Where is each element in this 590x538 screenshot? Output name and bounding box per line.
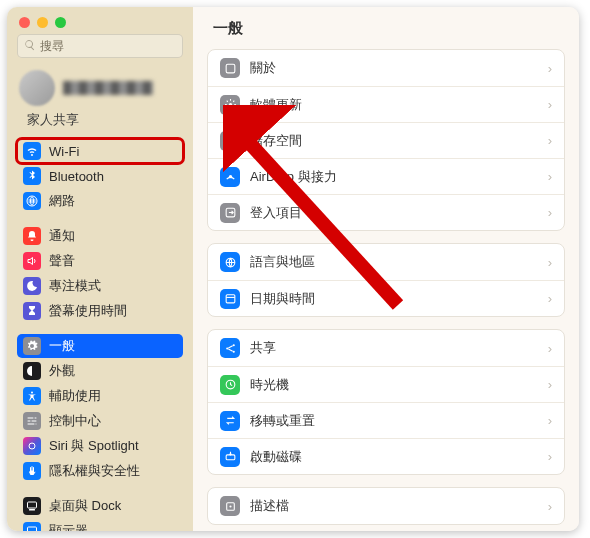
sidebar-item-sound[interactable]: 聲音 <box>17 249 183 273</box>
fullscreen-icon[interactable] <box>55 17 66 28</box>
account-name <box>63 81 153 95</box>
disk-icon <box>220 131 240 151</box>
svg-point-20 <box>229 505 231 507</box>
row-language-region[interactable]: 語言與地區 › <box>208 244 564 280</box>
group-3: 共享 › 時光機 › 移轉或重置 › 啟動磁碟 › <box>207 329 565 475</box>
group-1: 關於 › 軟體更新 › 儲存空間 › AirDrop 與接力 › <box>207 49 565 231</box>
display-icon <box>23 522 41 531</box>
globe-icon <box>23 192 41 210</box>
svg-rect-6 <box>226 64 235 73</box>
sidebar-item-control-center[interactable]: 控制中心 <box>17 409 183 433</box>
sidebar-item-label: 一般 <box>49 337 75 355</box>
row-label: 關於 <box>250 59 538 77</box>
row-time-machine[interactable]: 時光機 › <box>208 366 564 402</box>
chevron-right-icon: › <box>548 255 552 270</box>
sidebar-item-label: 通知 <box>49 227 75 245</box>
row-transfer-reset[interactable]: 移轉或重置 › <box>208 402 564 438</box>
share-icon <box>220 338 240 358</box>
siri-icon <box>23 437 41 455</box>
row-label: 描述檔 <box>250 497 538 515</box>
sidebar-item-label: 顯示器 <box>49 522 88 531</box>
sidebar-item-desktop-dock[interactable]: 桌面與 Dock <box>17 494 183 518</box>
search-icon <box>24 39 36 54</box>
svg-rect-4 <box>28 527 37 531</box>
sidebar-item-label: 輔助使用 <box>49 387 101 405</box>
row-sharing[interactable]: 共享 › <box>208 330 564 366</box>
sidebar: 搜尋 家人共享 Wi-Fi Bluetooth <box>7 7 193 531</box>
search-input[interactable]: 搜尋 <box>17 34 183 58</box>
group-4: 描述檔 › <box>207 487 565 525</box>
sidebar-nav: Wi-Fi Bluetooth 網路 通知 <box>7 137 193 531</box>
bluetooth-icon <box>23 167 41 185</box>
minimize-icon[interactable] <box>37 17 48 28</box>
chevron-right-icon: › <box>548 169 552 184</box>
row-date-time[interactable]: 日期與時間 › <box>208 280 564 316</box>
wifi-icon <box>23 142 41 160</box>
airdrop-icon <box>220 167 240 187</box>
search-wrap: 搜尋 <box>7 34 193 66</box>
account-row[interactable] <box>7 66 193 112</box>
sidebar-item-privacy[interactable]: 隱私權與安全性 <box>17 459 183 483</box>
chevron-right-icon: › <box>548 341 552 356</box>
row-label: 共享 <box>250 339 538 357</box>
row-profiles[interactable]: 描述檔 › <box>208 488 564 524</box>
svg-rect-3 <box>29 509 35 511</box>
row-startup-disk[interactable]: 啟動磁碟 › <box>208 438 564 474</box>
svg-point-14 <box>226 347 228 349</box>
main-panel: 一般 關於 › 軟體更新 › 儲存空間 › <box>193 7 579 531</box>
sidebar-item-screentime[interactable]: 螢幕使用時間 <box>17 299 183 323</box>
sidebar-item-wifi[interactable]: Wi-Fi <box>17 139 183 163</box>
info-icon <box>220 58 240 78</box>
transfer-icon <box>220 411 240 431</box>
sidebar-item-label: 隱私權與安全性 <box>49 462 140 480</box>
chevron-right-icon: › <box>548 61 552 76</box>
sidebar-item-accessibility[interactable]: 輔助使用 <box>17 384 183 408</box>
sidebar-item-network[interactable]: 網路 <box>17 189 183 213</box>
settings-window: 搜尋 家人共享 Wi-Fi Bluetooth <box>7 7 579 531</box>
globe-icon <box>220 252 240 272</box>
chevron-right-icon: › <box>548 133 552 148</box>
row-software-update[interactable]: 軟體更新 › <box>208 86 564 122</box>
svg-point-16 <box>232 350 234 352</box>
sidebar-item-label: Bluetooth <box>49 169 104 184</box>
accessibility-icon <box>23 387 41 405</box>
gear-icon <box>23 337 41 355</box>
chevron-right-icon: › <box>548 291 552 306</box>
bell-icon <box>23 227 41 245</box>
row-label: 日期與時間 <box>250 290 538 308</box>
sidebar-item-siri[interactable]: Siri 與 Spotlight <box>17 434 183 458</box>
row-label: 啟動磁碟 <box>250 448 538 466</box>
sidebar-item-focus[interactable]: 專注模式 <box>17 274 183 298</box>
row-airdrop[interactable]: AirDrop 與接力 › <box>208 158 564 194</box>
appearance-icon <box>23 362 41 380</box>
row-login-items[interactable]: 登入項目 › <box>208 194 564 230</box>
sidebar-item-displays[interactable]: 顯示器 <box>17 519 183 531</box>
family-sharing-link[interactable]: 家人共享 <box>7 112 193 137</box>
sidebar-item-label: 網路 <box>49 192 75 210</box>
close-icon[interactable] <box>19 17 30 28</box>
window-controls <box>7 7 193 34</box>
search-placeholder: 搜尋 <box>40 38 64 55</box>
chevron-right-icon: › <box>548 449 552 464</box>
calendar-icon <box>220 289 240 309</box>
chevron-right-icon: › <box>548 97 552 112</box>
svg-rect-2 <box>28 502 37 508</box>
svg-point-1 <box>29 443 35 449</box>
row-label: AirDrop 與接力 <box>250 168 538 186</box>
login-icon <box>220 203 240 223</box>
chevron-right-icon: › <box>548 205 552 220</box>
row-label: 移轉或重置 <box>250 412 538 430</box>
chevron-right-icon: › <box>548 413 552 428</box>
sidebar-item-bluetooth[interactable]: Bluetooth <box>17 164 183 188</box>
row-storage[interactable]: 儲存空間 › <box>208 122 564 158</box>
row-label: 登入項目 <box>250 204 538 222</box>
hourglass-icon <box>23 302 41 320</box>
avatar <box>19 70 55 106</box>
sidebar-item-appearance[interactable]: 外觀 <box>17 359 183 383</box>
moon-icon <box>23 277 41 295</box>
row-about[interactable]: 關於 › <box>208 50 564 86</box>
profile-icon <box>220 496 240 516</box>
hand-icon <box>23 462 41 480</box>
sidebar-item-notifications[interactable]: 通知 <box>17 224 183 248</box>
sidebar-item-general[interactable]: 一般 <box>17 334 183 358</box>
